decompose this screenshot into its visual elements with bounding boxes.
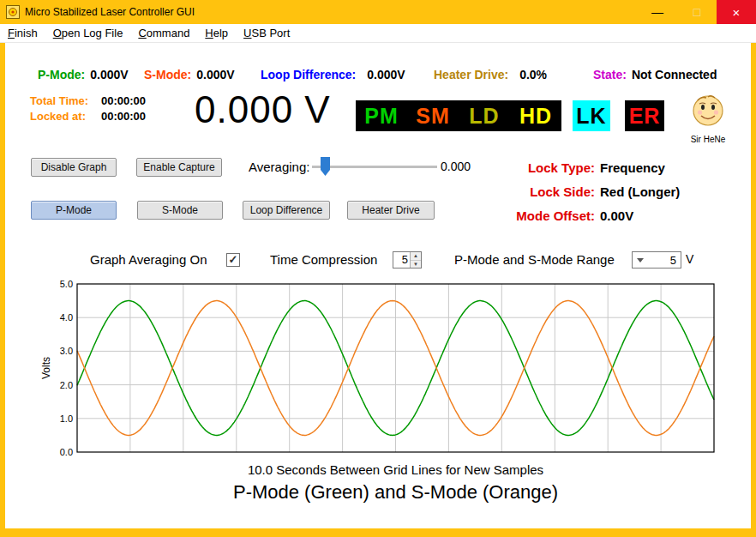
minimize-icon[interactable]: —: [638, 0, 677, 24]
locked-at-label: Locked at:: [30, 109, 98, 124]
menu-item-finish[interactable]: Finish: [0, 27, 45, 39]
menubar: FinishOpen Log FileCommandHelpUSB Port: [0, 24, 756, 43]
heater-drive-status-label: Heater Drive:: [434, 68, 508, 81]
app-icon: [6, 5, 20, 19]
titlebar[interactable]: Micro Stabilized Laser Controller GUI — …: [0, 0, 756, 24]
range-unit-label: V: [686, 252, 693, 266]
enable-capture-button[interactable]: Enable Capture: [136, 158, 222, 177]
svg-text:3.0: 3.0: [60, 346, 73, 356]
pmode-status-value: 0.000V: [90, 68, 128, 81]
averaging-label: Averaging:: [249, 160, 309, 174]
loop-difference-status: Loop Difference:0.000V: [261, 68, 405, 81]
spinner-buttons: ▲ ▼: [410, 252, 421, 268]
averaging-slider[interactable]: [310, 155, 439, 178]
mascot: Sir HeNe: [686, 93, 730, 144]
indicator-hd: HD: [510, 100, 561, 131]
svg-text:1.0: 1.0: [60, 413, 73, 424]
svg-text:2.0: 2.0: [60, 380, 73, 390]
spin-down-icon[interactable]: ▼: [411, 260, 421, 268]
svg-text:5.0: 5.0: [60, 279, 73, 289]
state-status-value: Not Connected: [632, 68, 717, 81]
smode-status-label: S-Mode:: [144, 68, 191, 81]
time-compression-label: Time Compression: [270, 252, 377, 267]
indicator-lk: LK: [573, 100, 610, 131]
svg-text:Volts: Volts: [40, 357, 52, 379]
heater-drive-status-value: 0.0%: [519, 68, 547, 81]
graph-caption: 10.0 Seconds Between Grid Lines for New …: [77, 462, 714, 477]
indicator-pm: PM: [356, 100, 407, 131]
timers: Total Time: 00:00:00 Locked at: 00:00:00: [30, 94, 146, 124]
slider-track[interactable]: [312, 166, 437, 168]
time-compression-spinner[interactable]: 5 ▲ ▼: [393, 251, 422, 268]
channel-button-p-mode[interactable]: P-Mode: [31, 201, 117, 220]
lock-side-value: Red (Longer): [595, 184, 680, 199]
range-label: P-Mode and S-Mode Range: [454, 252, 615, 267]
close-icon[interactable]: ×: [717, 0, 756, 24]
lock-type-value: Frequency: [595, 160, 680, 175]
lock-side-label: Lock Side:: [459, 184, 595, 199]
window-controls: — □ ×: [638, 0, 756, 24]
mode-offset-value: 0.00V: [595, 208, 680, 223]
mascot-label: Sir HeNe: [686, 135, 730, 144]
lock-info: Lock Type: Frequency Lock Side: Red (Lon…: [459, 155, 680, 227]
state-status: State:Not Connected: [593, 68, 717, 81]
menu-item-help[interactable]: Help: [197, 27, 236, 39]
dropdown-icon: [637, 258, 644, 262]
loop-difference-status-label: Loop Difference:: [261, 68, 356, 81]
check-icon: ✓: [229, 254, 238, 265]
menu-item-usb-port[interactable]: USB Port: [236, 27, 297, 39]
graph-averaging-label: Graph Averaging On: [90, 252, 207, 267]
waveform-graph: 5.04.03.02.01.00.0Volts: [39, 275, 717, 463]
maximize-icon[interactable]: □: [677, 0, 717, 24]
mode-offset-label: Mode Offset:: [459, 208, 595, 223]
pmode-status: P-Mode:0.000V: [38, 68, 129, 81]
smode-status-value: 0.000V: [196, 68, 234, 81]
loop-difference-status-value: 0.000V: [367, 68, 405, 81]
menu-item-open-log-file[interactable]: Open Log File: [45, 27, 131, 39]
channel-button-heater-drive[interactable]: Heater Drive: [347, 201, 435, 220]
channel-button-s-mode[interactable]: S-Mode: [137, 201, 223, 220]
pmode-status-label: P-Mode:: [38, 68, 85, 81]
lock-type-label: Lock Type:: [459, 160, 595, 175]
disable-graph-button[interactable]: Disable Graph: [31, 158, 117, 177]
heater-drive-status: Heater Drive:0.0%: [434, 68, 547, 81]
smiley-face-icon: [689, 93, 727, 130]
range-select[interactable]: 5: [632, 251, 681, 268]
spin-up-icon[interactable]: ▲: [411, 252, 421, 260]
locked-at-value: 00:00:00: [101, 109, 146, 124]
slider-thumb-icon[interactable]: [321, 157, 330, 176]
indicator-er: ER: [625, 100, 664, 131]
svg-text:4.0: 4.0: [60, 312, 73, 323]
window-title: Micro Stabilized Laser Controller GUI: [25, 6, 195, 18]
main-content: P-Mode:0.000V S-Mode:0.000V Loop Differe…: [5, 43, 751, 528]
smode-status: S-Mode:0.000V: [144, 68, 235, 81]
channel-button-loop-difference[interactable]: Loop Difference: [243, 201, 330, 220]
graph-averaging-checkbox[interactable]: ✓: [226, 253, 240, 267]
total-time-value: 00:00:00: [101, 94, 146, 109]
indicator-sm: SM: [407, 100, 459, 131]
app-window: Micro Stabilized Laser Controller GUI — …: [0, 0, 756, 537]
time-compression-value[interactable]: 5: [393, 252, 410, 268]
main-voltage-readout: 0.000 V: [195, 88, 331, 131]
indicator-ld: LD: [459, 100, 510, 131]
total-time-label: Total Time:: [30, 94, 98, 109]
indicator-badges: PMSMLDHDLKER: [356, 100, 664, 131]
state-status-label: State:: [593, 68, 627, 81]
range-value: 5: [644, 254, 681, 267]
svg-text:0.0: 0.0: [60, 447, 73, 457]
graph-title: P-Mode (Green) and S-Mode (Orange): [77, 481, 714, 504]
menu-item-command[interactable]: Command: [130, 27, 197, 39]
